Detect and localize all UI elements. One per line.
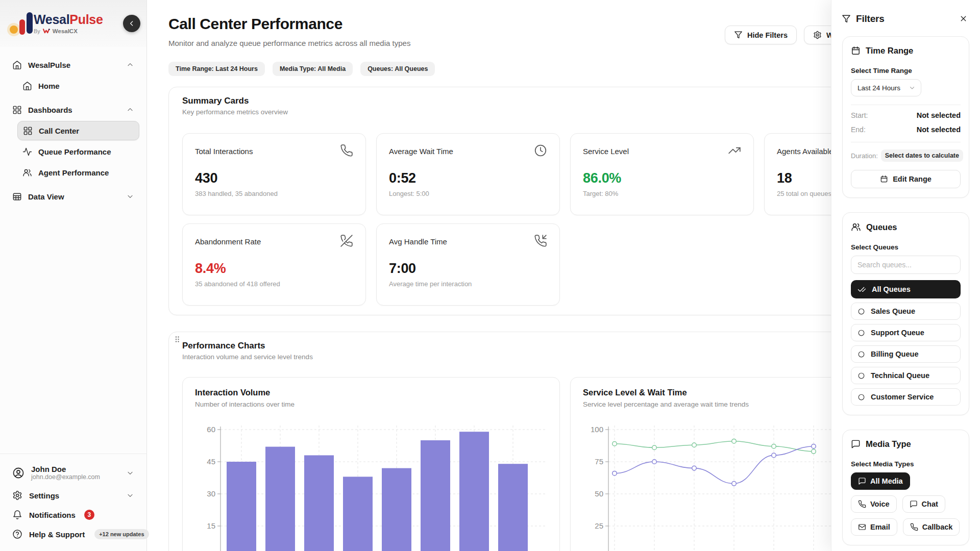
service-level-point — [732, 439, 737, 443]
service-level-point — [812, 449, 816, 454]
help-label: Help & Support — [29, 530, 85, 539]
queue-option-all-queues[interactable]: All Queues — [851, 280, 961, 298]
sidebar-item-queue-performance[interactable]: Queue Performance — [17, 142, 139, 161]
funnel-icon — [842, 14, 851, 23]
chevron-down-icon — [126, 192, 134, 201]
media-type-filter-card: Media Type Select Media Types All MediaV… — [842, 430, 969, 545]
metric-value: 8.4% — [195, 261, 226, 277]
media-type-voice-button[interactable]: Voice — [851, 495, 897, 513]
clock-icon — [534, 144, 547, 157]
start-label: Start: — [851, 111, 868, 119]
queue-option-label: Support Queue — [871, 329, 924, 337]
volume-bar — [382, 468, 411, 551]
mail-icon — [858, 523, 866, 531]
metric-subtext: 25 total on queues — [777, 190, 831, 197]
queue-option-sales-queue[interactable]: Sales Queue — [851, 303, 961, 320]
wait-time-trend-point — [772, 453, 776, 458]
message-icon — [851, 439, 861, 449]
filter-chip-time-range: Time Range: Last 24 Hours — [168, 62, 265, 76]
sidebar-item-data-view[interactable]: Data View — [7, 187, 139, 206]
chevron-down-icon — [126, 469, 134, 477]
duration-label: Duration: — [851, 152, 878, 160]
message-icon — [858, 477, 866, 485]
metric-value: 86.0% — [583, 170, 621, 186]
sidebar-item-label: Dashboards — [28, 106, 120, 114]
media-type-label: Voice — [870, 500, 890, 508]
interaction-volume-bar-chart: 60453015 — [190, 419, 547, 551]
notifications-count-badge: 3 — [84, 510, 94, 520]
metric-card-service-level: Service Level86.0%Target: 80% — [570, 133, 754, 215]
media-type-callback-button[interactable]: Callback — [903, 518, 960, 536]
queue-options-list: Sales QueueSupport QueueBilling QueueTec… — [851, 303, 961, 406]
user-circle-icon — [12, 467, 24, 479]
sidebar-item-label: Queue Performance — [38, 147, 134, 156]
media-type-label: All Media — [870, 477, 903, 485]
select-queues-label: Select Queues — [851, 243, 961, 251]
wesalpulse-logo-icon — [7, 10, 34, 37]
all-queues-label: All Queues — [872, 285, 911, 293]
queues-search-input[interactable] — [851, 256, 961, 274]
circle-icon — [857, 329, 865, 337]
help-circle-icon — [12, 529, 22, 539]
metric-subtext: 35 abandoned of 418 offered — [195, 280, 280, 288]
sidebar-item-wesalpulse[interactable]: WesalPulse — [7, 55, 139, 74]
volume-bar — [498, 464, 528, 551]
notifications-label: Notifications — [29, 511, 76, 519]
table-icon — [12, 192, 22, 202]
help-support-menu[interactable]: Help & Support +12 new updates — [7, 524, 139, 544]
time-range-select[interactable]: Last 24 Hours — [851, 79, 921, 96]
svg-text:75: 75 — [595, 457, 603, 466]
queue-option-billing-queue[interactable]: Billing Queue — [851, 345, 961, 363]
media-type-label: Chat — [922, 500, 938, 508]
media-type-label: Email — [870, 523, 890, 531]
settings-menu[interactable]: Settings — [7, 486, 139, 505]
byline-text: By — [34, 28, 40, 34]
metric-value: 430 — [195, 170, 217, 186]
edit-range-button[interactable]: Edit Range — [851, 170, 961, 188]
filters-close-button[interactable] — [957, 12, 970, 25]
chart-title: Interaction Volume — [195, 388, 270, 397]
chevron-up-icon — [126, 106, 134, 114]
wait-time-trend-point — [652, 460, 657, 464]
trending-up-icon — [728, 144, 741, 157]
gear-icon — [813, 31, 822, 39]
sidebar-nav: WesalPulseHomeDashboardsCall CenterQueue… — [0, 47, 146, 206]
queue-option-support-queue[interactable]: Support Queue — [851, 324, 961, 341]
sidebar-collapse-button[interactable] — [123, 15, 140, 32]
calendar-icon — [851, 46, 861, 56]
metric-value: 0:52 — [389, 170, 416, 186]
logo-text: WesalPulse By WesalCX — [34, 13, 103, 34]
service-level-point — [772, 444, 776, 448]
wait-time-trend-point — [692, 466, 697, 470]
sidebar-item-call-center[interactable]: Call Center — [17, 121, 139, 140]
chevron-down-icon — [126, 491, 134, 499]
user-menu[interactable]: John Doe john.doe@example.com — [7, 460, 139, 486]
volume-bar — [421, 440, 450, 551]
wait-time-trend-point — [812, 444, 816, 448]
interaction-volume-chart-card: Interaction Volume Number of interaction… — [182, 377, 560, 551]
sidebar-item-agent-performance[interactable]: Agent Performance — [17, 163, 139, 182]
svg-text:60: 60 — [207, 425, 215, 434]
time-range-title: Time Range — [866, 46, 913, 56]
queue-option-technical-queue[interactable]: Technical Queue — [851, 367, 961, 384]
hide-filters-button[interactable]: Hide Filters — [725, 26, 797, 44]
notifications-menu[interactable]: Notifications 3 — [7, 505, 139, 524]
edit-range-label: Edit Range — [893, 175, 932, 183]
queue-option-label: Customer Service — [871, 393, 934, 401]
svg-text:45: 45 — [207, 457, 215, 466]
sidebar-item-dashboards[interactable]: Dashboards — [7, 100, 139, 119]
select-media-types-label: Select Media Types — [851, 460, 961, 468]
media-type-all-media-button[interactable]: All Media — [851, 472, 910, 490]
volume-bar — [304, 455, 334, 551]
metric-label: Avg Handle Time — [389, 237, 447, 246]
funnel-icon — [734, 31, 743, 39]
drag-handle-icon[interactable] — [175, 336, 180, 343]
metric-value: 7:00 — [389, 261, 416, 277]
svg-text:15: 15 — [207, 521, 215, 530]
sidebar-item-label: WesalPulse — [28, 61, 120, 69]
queue-option-customer-service[interactable]: Customer Service — [851, 388, 961, 406]
home-icon — [12, 60, 22, 70]
media-type-email-button[interactable]: Email — [851, 518, 897, 536]
media-type-chat-button[interactable]: Chat — [902, 495, 945, 513]
sidebar-item-home[interactable]: Home — [17, 76, 139, 95]
